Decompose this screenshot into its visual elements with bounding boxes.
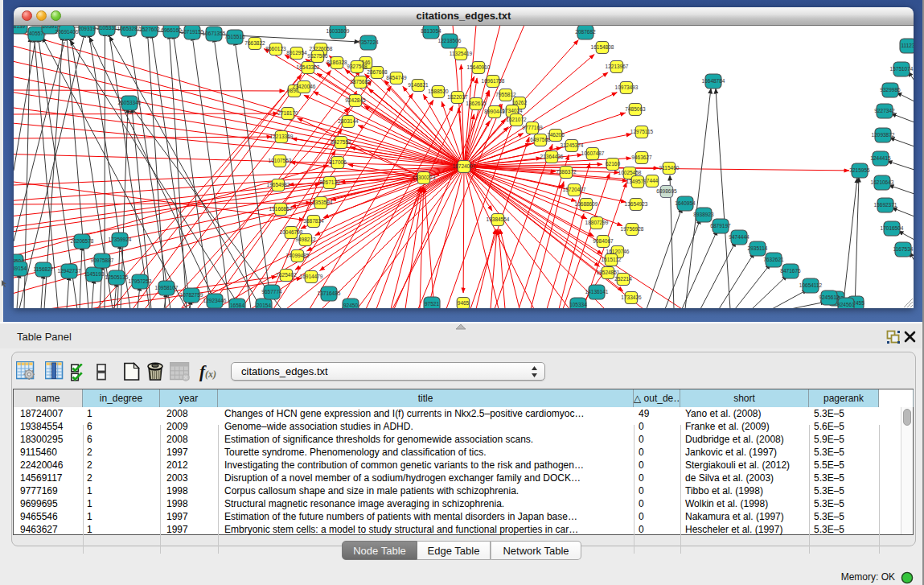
- svg-text:39154: 39154: [14, 266, 27, 271]
- svg-text:3875685: 3875685: [350, 79, 371, 84]
- svg-text:20691406: 20691406: [55, 29, 79, 35]
- svg-text:9115460: 9115460: [659, 165, 680, 171]
- svg-text:7386372: 7386372: [556, 169, 577, 175]
- svg-text:19524851: 19524851: [597, 270, 620, 275]
- svg-text:8813054: 8813054: [421, 28, 441, 34]
- svg-text:8660123: 8660123: [265, 46, 286, 51]
- svg-text:19166857: 19166857: [269, 206, 293, 212]
- svg-text:1145193: 1145193: [84, 271, 105, 277]
- svg-text:7357224: 7357224: [358, 39, 379, 45]
- svg-text:8471676: 8471676: [780, 268, 801, 274]
- svg-text:17016504: 17016504: [881, 225, 904, 231]
- svg-text:18724007: 18724007: [453, 163, 476, 169]
- svg-text:8267130: 8267130: [319, 179, 340, 185]
- svg-text:20206578: 20206578: [71, 238, 94, 244]
- svg-text:23420046: 23420046: [293, 84, 316, 89]
- svg-text:15720407: 15720407: [563, 187, 586, 192]
- svg-text:105334: 105334: [569, 302, 587, 307]
- svg-text:12213967: 12213967: [606, 64, 629, 69]
- svg-text:6879197: 6879197: [710, 223, 731, 229]
- svg-text:209319: 209319: [78, 26, 96, 31]
- svg-text:8427552: 8427552: [331, 139, 351, 145]
- svg-text:9465: 9465: [458, 300, 470, 306]
- svg-text:7632621: 7632621: [763, 257, 784, 262]
- svg-text:16961758: 16961758: [482, 78, 505, 84]
- svg-text:9327506: 9327506: [307, 53, 328, 59]
- svg-text:16210643: 16210643: [871, 179, 894, 185]
- svg-text:1588520: 1588520: [428, 89, 449, 94]
- svg-text:9084067: 9084067: [593, 238, 614, 244]
- svg-text:1156827: 1156827: [34, 266, 54, 272]
- svg-text:16648784: 16648784: [702, 78, 725, 84]
- svg-text:2867608: 2867608: [367, 69, 388, 75]
- svg-text:1615112: 1615112: [602, 257, 622, 262]
- svg-text:19384554: 19384554: [487, 216, 510, 222]
- svg-text:9463627: 9463627: [631, 154, 652, 160]
- svg-text:2718170: 2718170: [277, 110, 298, 116]
- svg-text:1167534: 1167534: [893, 246, 914, 252]
- svg-text:3215955: 3215955: [849, 167, 870, 173]
- svg-text:15692371: 15692371: [874, 202, 897, 208]
- svg-text:31245374: 31245374: [561, 142, 584, 148]
- svg-text:97521: 97521: [425, 301, 439, 307]
- svg-text:924561: 924561: [837, 302, 855, 307]
- svg-text:9227342: 9227342: [874, 108, 895, 113]
- svg-text:12505135: 12505135: [105, 274, 129, 280]
- svg-text:10046798: 10046798: [280, 229, 303, 235]
- svg-text:9474444: 9474444: [729, 234, 749, 240]
- svg-text:9498212: 9498212: [295, 237, 316, 242]
- svg-text:11325419: 11325419: [450, 51, 473, 56]
- svg-text:16154808: 16154808: [591, 44, 614, 50]
- svg-text:746206: 746206: [547, 132, 565, 138]
- svg-text:10688609: 10688609: [575, 201, 598, 207]
- svg-text:12093872: 12093872: [872, 132, 895, 138]
- svg-text:1640954: 1640954: [675, 200, 696, 206]
- svg-text:7485063: 7485063: [625, 106, 646, 112]
- svg-text:62160: 62160: [606, 161, 620, 167]
- svg-text:16914479: 16914479: [300, 274, 323, 279]
- svg-text:8139: 8139: [14, 26, 26, 29]
- svg-text:1822037: 1822037: [447, 94, 468, 100]
- svg-text:12213369: 12213369: [270, 134, 294, 139]
- svg-text:18807299: 18807299: [585, 220, 609, 225]
- svg-text:10107553: 10107553: [269, 158, 292, 163]
- svg-text:3887834: 3887834: [303, 218, 324, 224]
- svg-text:14136141: 14136141: [585, 289, 609, 295]
- svg-text:92450: 92450: [343, 303, 358, 308]
- svg-text:9777169: 9777169: [522, 125, 543, 130]
- svg-text:6966160: 6966160: [161, 27, 182, 33]
- svg-text:2935114: 2935114: [748, 245, 768, 251]
- svg-text:10719155: 10719155: [181, 29, 204, 35]
- svg-text:6898695: 6898695: [656, 188, 677, 194]
- svg-text:2803144: 2803144: [338, 118, 359, 124]
- svg-text:1362615: 1362615: [466, 101, 487, 106]
- svg-text:12923446: 12923446: [203, 298, 227, 303]
- svg-text:15300273: 15300273: [413, 175, 436, 180]
- svg-text:7444: 7444: [647, 178, 659, 183]
- svg-text:10607487: 10607487: [581, 150, 605, 156]
- svg-text:817006: 817006: [329, 159, 347, 165]
- svg-text:10653287: 10653287: [117, 26, 141, 31]
- svg-text:9329986: 9329986: [880, 87, 901, 93]
- svg-text:15640910: 15640910: [467, 64, 491, 70]
- svg-text:19756928: 19756928: [621, 226, 644, 232]
- svg-text:1733426: 1733426: [621, 295, 642, 300]
- svg-text:8938923: 8938923: [693, 212, 714, 217]
- svg-text:9242845: 9242845: [345, 97, 366, 103]
- svg-text:14099485: 14099485: [286, 253, 310, 258]
- svg-text:2087682: 2087682: [575, 29, 596, 35]
- svg-text:6497568: 6497568: [530, 137, 551, 142]
- svg-text:8454749: 8454749: [386, 75, 407, 80]
- svg-text:13654923: 13654923: [625, 201, 648, 207]
- svg-text:90975887: 90975887: [91, 257, 114, 263]
- svg-text:10654112: 10654112: [799, 282, 823, 288]
- svg-text:1244415: 1244415: [870, 155, 891, 161]
- svg-text:7515516: 7515516: [224, 34, 245, 39]
- svg-text:16033809: 16033809: [326, 28, 350, 34]
- svg-text:7663822: 7663822: [244, 40, 265, 46]
- svg-text:15751074: 15751074: [890, 66, 914, 72]
- svg-text:10025458: 10025458: [618, 170, 642, 175]
- svg-text:1621072: 1621072: [506, 117, 527, 122]
- svg-text:252214: 252214: [614, 276, 632, 282]
- svg-text:2105331: 2105331: [97, 26, 117, 31]
